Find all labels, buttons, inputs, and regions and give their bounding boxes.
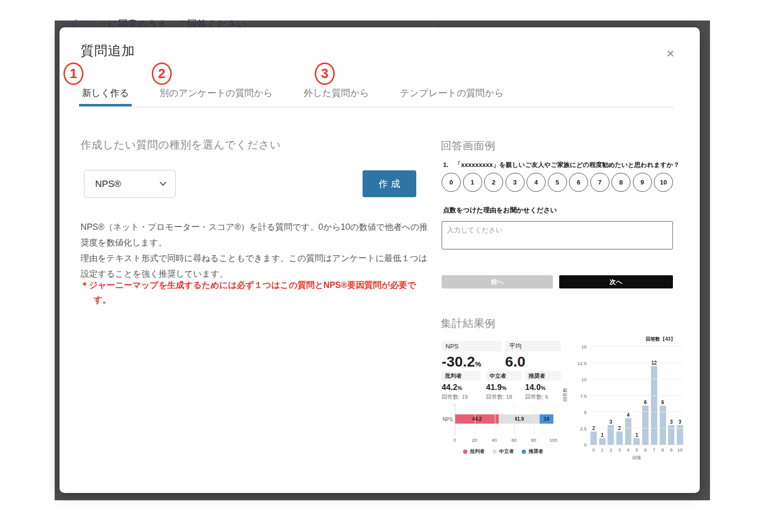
group-label-1: 批判者 [442, 371, 481, 381]
tab-item-1[interactable]: 新しく作る [81, 87, 130, 106]
bar-value-5: 1 [635, 432, 638, 438]
tab-item-2[interactable]: 別のアンケートの質問から [158, 87, 274, 106]
y-tick-2.5: 2.5 [565, 426, 587, 431]
legend-item-批判者: 批判者 [463, 448, 485, 455]
bar-4 [625, 418, 631, 445]
modal-title: 質問追加 [81, 42, 135, 60]
y-tick-7.5: 7.5 [565, 393, 587, 399]
bar-slot-3: 2 [616, 426, 623, 445]
question-type-heading: 作成したい質問の種別を選んでください [81, 138, 281, 152]
create-button[interactable]: 作成 [363, 170, 416, 197]
bar-value-7: 12 [651, 360, 657, 366]
bar-slot-6: 6 [642, 400, 649, 445]
x-tick-0: 0 [453, 437, 456, 443]
score-circle-1[interactable]: 1 [463, 173, 482, 192]
bar-slot-4: 4 [625, 412, 631, 445]
bar-value-4: 4 [627, 412, 629, 418]
group-unit-1: % [457, 385, 462, 391]
group-value-1: 44.2% [442, 383, 462, 392]
bar-value-8: 6 [661, 400, 664, 405]
bar-slot-10: 3 [677, 419, 683, 445]
group-unit-3: % [541, 385, 546, 391]
x-tick-8: 8 [660, 447, 666, 452]
tab-item-3[interactable]: 外した質問から [302, 87, 371, 106]
x-tick-6: 6 [642, 447, 649, 452]
distribution-plot: 213241612633 [590, 347, 683, 445]
score-scale: 012345678910 [442, 173, 673, 192]
bar-1 [599, 438, 606, 445]
x-tick-row: 012345678910 [590, 447, 683, 452]
description-paragraph-1: NPS®（ネット・プロモーター・スコア®）を計る質問です。0から10の数値で他者… [81, 222, 428, 247]
x-tick-3: 3 [616, 447, 623, 452]
bar-5 [633, 438, 640, 445]
nps-chart-legend: 批判者中立者推奨者 [442, 448, 565, 455]
bar-slot-0: 2 [590, 426, 597, 445]
bar-slot-8: 6 [660, 400, 666, 445]
grid-line-y-12.5 [590, 363, 683, 363]
score-circle-6[interactable]: 6 [569, 173, 588, 192]
tab-item-4[interactable]: テンプレートの質問から [399, 87, 506, 106]
y-tick-15: 15 [565, 344, 587, 349]
reason-input[interactable] [442, 221, 673, 249]
y-tick-5: 5 [565, 409, 587, 415]
tab-bar: 新しく作る別のアンケートの質問から外した質問からテンプレートの質問から [81, 87, 505, 106]
bar-slot-1: 1 [599, 432, 606, 445]
legend-item-推奨者: 推奨者 [522, 448, 543, 455]
x-tick-100: 100 [549, 437, 557, 443]
response-count-note: 回答数【43】 [646, 336, 675, 343]
x-tick-40: 40 [492, 437, 497, 443]
add-question-modal: 質問追加 × 123 新しく作る別のアンケートの質問から外した質問からテンプレー… [60, 27, 700, 493]
group-count-2: 回答数: 18 [486, 393, 512, 401]
journey-map-warning: ＊ジャーニーマップを生成するためには必ず１つはこの質問とNPS®要因質問が必要で… [81, 278, 433, 307]
score-circle-10[interactable]: 10 [654, 173, 673, 192]
x-tick-9: 9 [668, 447, 674, 452]
grid-line-80 [534, 404, 535, 434]
step-badge-1: 1 [63, 62, 83, 85]
question-type-select[interactable]: NPS® [84, 170, 176, 198]
x-tick-2: 2 [608, 447, 614, 452]
score-circle-9[interactable]: 9 [633, 173, 652, 192]
segment-中立者: 41.9 [499, 414, 540, 424]
x-tick-0: 0 [590, 447, 597, 452]
next-button[interactable]: 次へ [559, 275, 673, 288]
answer-example-heading: 回答画面例 [441, 139, 496, 153]
bar-value-9: 3 [670, 419, 673, 425]
x-tick-10: 10 [677, 447, 683, 452]
question-type-select-value: NPS® [95, 179, 121, 189]
nps-stat-label: NPS [442, 341, 502, 351]
group-label-3: 推奨者 [525, 371, 561, 381]
bar-value-3: 2 [618, 426, 621, 431]
group-unit-2: % [502, 385, 507, 391]
bar-value-1: 1 [601, 432, 604, 438]
score-circle-8[interactable]: 8 [611, 173, 630, 192]
group-value-2: 41.9% [486, 383, 507, 392]
group-count-1: 回答数: 19 [442, 393, 468, 401]
score-circle-4[interactable]: 4 [527, 173, 546, 192]
prev-button[interactable]: 前へ [442, 275, 553, 288]
step-badge-3: 3 [315, 62, 335, 85]
step-badge-2: 2 [152, 62, 172, 85]
x-tick-7: 7 [651, 447, 657, 452]
example-question-text: 1. 「xxxxxxxxx」を親しいご友人やご家族にどの程度勧めたいと思われます… [443, 161, 679, 169]
score-circle-2[interactable]: 2 [484, 173, 503, 192]
bar-slot-5: 1 [633, 432, 640, 445]
bar-slot-7: 12 [651, 360, 657, 445]
bar-0 [590, 431, 597, 445]
score-circle-5[interactable]: 5 [548, 173, 567, 192]
bar-value-2: 3 [609, 419, 612, 425]
nps-chart-plot: 44.241.914 [455, 404, 553, 434]
nps-stacked-bar: 44.241.914 [455, 414, 553, 424]
response-distribution-chart: 回答数【43】 回答数 213241612633 02.557.51012.51… [565, 334, 676, 463]
grid-line-20 [475, 404, 475, 434]
segment-推奨者: 14 [540, 414, 553, 424]
avg-stat-value: 6.0 [505, 353, 526, 370]
x-tick-4: 4 [625, 447, 631, 452]
score-circle-0[interactable]: 0 [442, 173, 461, 192]
bar-value-6: 6 [644, 400, 647, 405]
score-circle-3[interactable]: 3 [506, 173, 525, 192]
score-circle-7[interactable]: 7 [590, 173, 609, 192]
description-paragraph-2: 理由をテキスト形式で同時に尋ねることもできます。この質問はアンケートに最低１つは… [81, 253, 427, 279]
x-axis-line [588, 445, 685, 445]
close-icon[interactable]: × [661, 44, 680, 63]
bar-7 [651, 366, 657, 445]
